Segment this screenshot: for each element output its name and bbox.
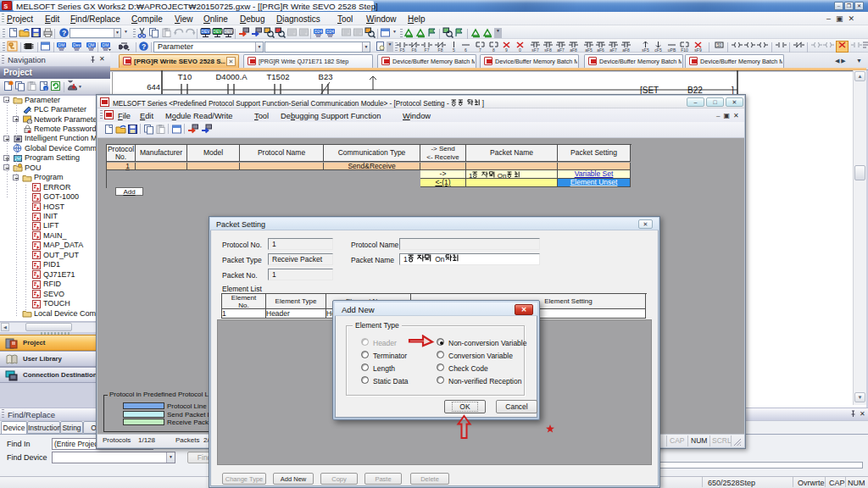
- svg-text:D24: D24: [326, 29, 334, 34]
- svg-text:D4000.A: D4000.A: [216, 72, 248, 81]
- svg-text:?: ?: [62, 29, 66, 37]
- svg-text:QM: QM: [87, 42, 94, 47]
- svg-text:D24: D24: [314, 29, 322, 34]
- svg-text:DEV: DEV: [201, 29, 210, 34]
- svg-text:DEV: DEV: [224, 29, 233, 34]
- svg-text:i: i: [45, 86, 46, 92]
- svg-text:DEV: DEV: [213, 29, 222, 34]
- svg-text:T1502: T1502: [267, 72, 290, 81]
- svg-text:T10: T10: [178, 72, 192, 81]
- svg-text:?: ?: [142, 42, 146, 51]
- svg-text:DM: DM: [58, 42, 65, 47]
- svg-text:Dev: Dev: [73, 42, 81, 47]
- svg-text:50: 50: [717, 43, 722, 47]
- svg-text:B23: B23: [319, 72, 333, 81]
- svg-text:DM: DM: [103, 42, 109, 47]
